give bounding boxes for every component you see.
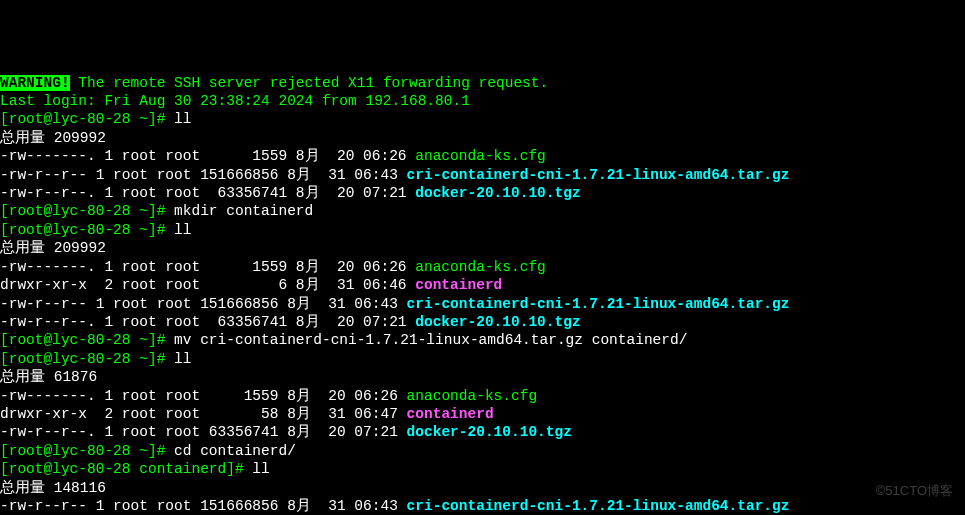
command: ll: [174, 111, 191, 127]
ls-meta: -rw-r--r--. 1 root root 63356741 8月 20 0…: [0, 424, 407, 440]
command: ll: [174, 222, 191, 238]
total-line: 总用量 148116: [0, 480, 106, 496]
command: mkdir containerd: [174, 203, 313, 219]
prompt: [root@lyc-80-28 ~]#: [0, 351, 174, 367]
prompt: [root@lyc-80-28 ~]#: [0, 111, 174, 127]
file-name: cri-containerd-cni-1.7.21-linux-amd64.ta…: [407, 167, 790, 183]
warning-message: The remote SSH server rejected X11 forwa…: [70, 75, 549, 91]
command: ll: [174, 351, 191, 367]
ls-meta: -rw-r--r--. 1 root root 63356741 8月 20 0…: [0, 314, 415, 330]
ls-meta: -rw-------. 1 root root 1559 8月 20 06:26: [0, 388, 407, 404]
file-name: anaconda-ks.cfg: [407, 388, 538, 404]
total-line: 总用量 209992: [0, 240, 106, 256]
file-name: docker-20.10.10.tgz: [415, 185, 580, 201]
ls-meta: -rw-------. 1 root root 1559 8月 20 06:26: [0, 148, 415, 164]
dir-name: containerd: [407, 406, 494, 422]
prompt: [root@lyc-80-28 ~]#: [0, 203, 174, 219]
total-line: 总用量 209992: [0, 130, 106, 146]
ls-meta: drwxr-xr-x 2 root root 6 8月 31 06:46: [0, 277, 415, 293]
last-login: Last login: Fri Aug 30 23:38:24 2024 fro…: [0, 93, 470, 109]
ls-meta: -rw-r--r-- 1 root root 151666856 8月 31 0…: [0, 498, 407, 514]
command: ll: [252, 461, 269, 477]
prompt: [root@lyc-80-28 ~]#: [0, 332, 174, 348]
file-name: anaconda-ks.cfg: [415, 148, 546, 164]
file-name: docker-20.10.10.tgz: [407, 424, 572, 440]
prompt: [root@lyc-80-28 containerd]#: [0, 461, 252, 477]
command: cd containerd/: [174, 443, 296, 459]
total-line: 总用量 61876: [0, 369, 97, 385]
ls-meta: -rw-------. 1 root root 1559 8月 20 06:26: [0, 259, 415, 275]
ls-meta: -rw-r--r--. 1 root root 63356741 8月 20 0…: [0, 185, 415, 201]
prompt: [root@lyc-80-28 ~]#: [0, 443, 174, 459]
watermark: ©51CTO博客: [876, 483, 953, 500]
file-name: cri-containerd-cni-1.7.21-linux-amd64.ta…: [407, 498, 790, 514]
file-name: docker-20.10.10.tgz: [415, 314, 580, 330]
command: mv cri-containerd-cni-1.7.21-linux-amd64…: [174, 332, 687, 348]
ls-meta: drwxr-xr-x 2 root root 58 8月 31 06:47: [0, 406, 407, 422]
terminal[interactable]: WARNING! The remote SSH server rejected …: [0, 74, 965, 515]
prompt: [root@lyc-80-28 ~]#: [0, 222, 174, 238]
dir-name: containerd: [415, 277, 502, 293]
file-name: anaconda-ks.cfg: [415, 259, 546, 275]
warning-tag: WARNING!: [0, 75, 70, 91]
ls-meta: -rw-r--r-- 1 root root 151666856 8月 31 0…: [0, 296, 407, 312]
ls-meta: -rw-r--r-- 1 root root 151666856 8月 31 0…: [0, 167, 407, 183]
file-name: cri-containerd-cni-1.7.21-linux-amd64.ta…: [407, 296, 790, 312]
